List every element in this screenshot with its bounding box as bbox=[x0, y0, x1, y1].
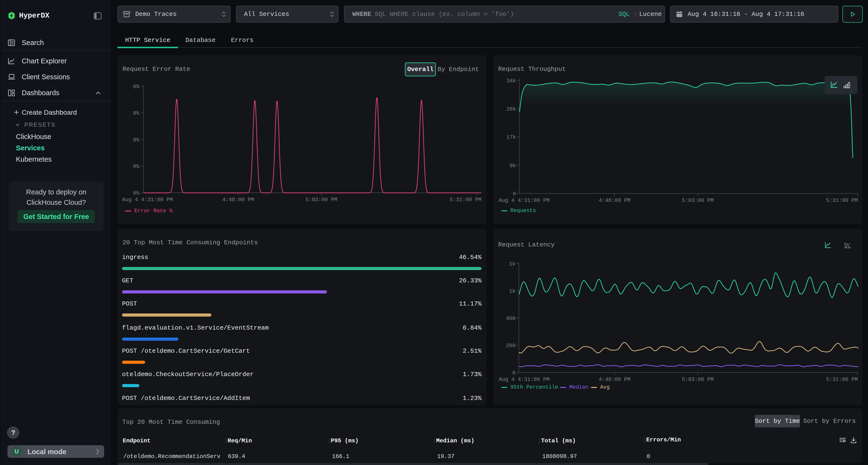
svg-text:200: 200 bbox=[506, 343, 516, 349]
svg-text:0%: 0% bbox=[133, 84, 140, 90]
svg-text:5:31:00 PM: 5:31:00 PM bbox=[450, 197, 482, 203]
svg-text:4:48:00 PM: 4:48:00 PM bbox=[599, 376, 630, 383]
svg-text:Aug 4 4:31:00 PM: Aug 4 4:31:00 PM bbox=[499, 376, 550, 383]
svg-text:0%: 0% bbox=[133, 137, 140, 143]
svg-text:1k: 1k bbox=[509, 289, 516, 294]
svg-text:0: 0 bbox=[513, 191, 516, 197]
svg-text:34k: 34k bbox=[506, 78, 516, 84]
svg-text:5:31:00 PM: 5:31:00 PM bbox=[826, 376, 858, 383]
svg-text:400: 400 bbox=[506, 315, 516, 322]
svg-text:9k: 9k bbox=[510, 163, 516, 169]
svg-text:1k: 1k bbox=[509, 261, 516, 267]
svg-text:5:31:00 PM: 5:31:00 PM bbox=[826, 198, 858, 204]
svg-text:5:03:00 PM: 5:03:00 PM bbox=[682, 198, 714, 204]
svg-text:17k: 17k bbox=[506, 134, 516, 140]
svg-text:0%: 0% bbox=[133, 110, 140, 117]
svg-text:Aug 4 4:31:00 PM: Aug 4 4:31:00 PM bbox=[122, 197, 173, 203]
svg-text:4:48:00 PM: 4:48:00 PM bbox=[222, 197, 254, 203]
svg-text:4:48:00 PM: 4:48:00 PM bbox=[599, 198, 630, 204]
svg-text:0%: 0% bbox=[133, 164, 140, 170]
svg-text:5:03:00 PM: 5:03:00 PM bbox=[682, 376, 714, 383]
svg-text:0%: 0% bbox=[133, 190, 140, 196]
svg-text:Aug 4 4:31:00 PM: Aug 4 4:31:00 PM bbox=[499, 198, 550, 204]
svg-text:5:03:00 PM: 5:03:00 PM bbox=[306, 197, 337, 203]
svg-text:0: 0 bbox=[513, 370, 516, 376]
svg-text:26k: 26k bbox=[506, 106, 516, 112]
